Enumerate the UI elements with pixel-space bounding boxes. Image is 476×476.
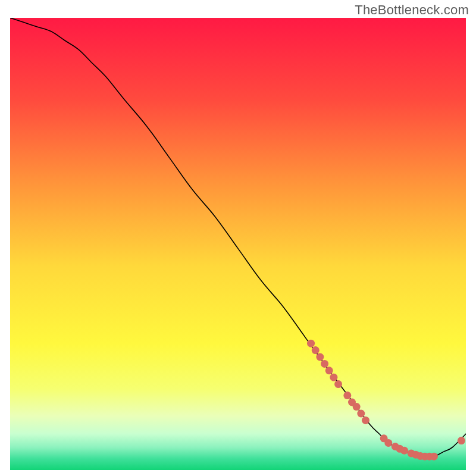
highlight-dot — [458, 437, 465, 444]
highlight-dot — [312, 346, 320, 354]
highlight-dot — [430, 453, 438, 461]
chart-stage: TheBottleneck.com — [0, 0, 476, 476]
highlight-dot — [362, 416, 369, 424]
highlight-dot — [400, 447, 408, 455]
highlight-dot — [357, 410, 365, 418]
highlight-dot — [353, 403, 361, 411]
highlight-dot — [321, 360, 328, 368]
highlight-dot — [316, 353, 324, 361]
highlight-dot — [307, 340, 315, 347]
highlight-dot — [330, 374, 337, 381]
marker-layer — [10, 18, 466, 470]
plot-area — [10, 18, 466, 470]
highlight-dot — [343, 392, 351, 399]
highlight-dots — [307, 340, 465, 461]
highlight-dot — [384, 439, 392, 447]
highlight-dot — [334, 380, 342, 388]
highlight-dot — [325, 367, 333, 374]
watermark-text: TheBottleneck.com — [355, 2, 469, 18]
